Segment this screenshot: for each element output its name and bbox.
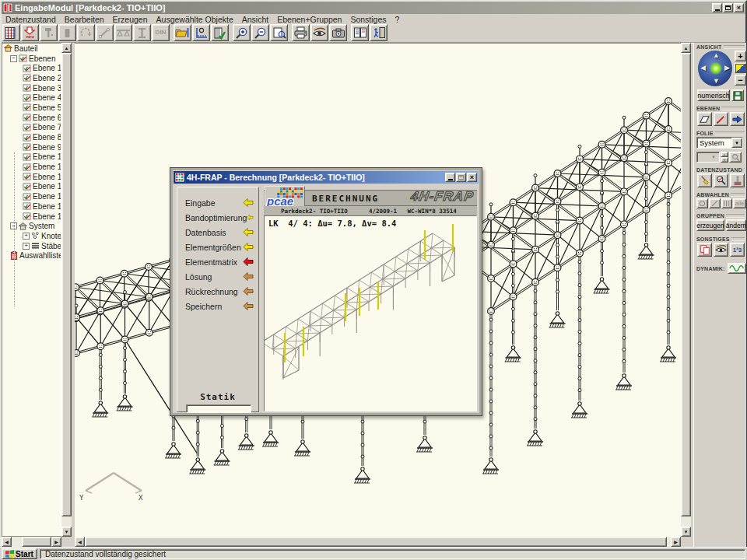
visualisation-button[interactable] [310,24,328,41]
clean-datastate-button[interactable] [697,173,712,187]
close-button[interactable]: × [734,3,744,12]
tree-item-ebene-8[interactable]: Ebene 8 [2,132,61,142]
zoom-in-button[interactable] [233,24,251,41]
tree-hscrollbar[interactable]: ◀ ▶ [2,537,61,547]
rotate-right-icon[interactable]: ▶ [724,65,730,72]
dialog-step-r-ckrechnung[interactable]: Rückrechnung [177,284,258,299]
berechnung-dialog[interactable]: 4H-FRAP - Berechnung [Parkdeck2- TIO+TII… [170,167,482,416]
folie-dropdown-icon[interactable]: ▼ [731,138,742,148]
save-view-button[interactable] [731,89,744,101]
plane-view-button[interactable] [697,112,712,126]
menu-item-0[interactable]: Datenzustand [5,15,56,24]
module-table-button[interactable] [2,24,20,41]
tree-item-system[interactable]: −System [2,221,61,231]
canvas-hscroll-thumb[interactable] [85,537,667,547]
zoom-in-button[interactable]: + [735,51,746,61]
numerisch-button[interactable]: numerisch [697,89,730,101]
exit-module-button[interactable] [370,24,388,41]
folie-select[interactable]: System ▼ [696,137,743,149]
tree-vscrollbar[interactable]: ▲ ▼ [61,43,72,537]
minimize-button[interactable] [712,3,722,12]
shading-toggle-button[interactable] [735,63,746,73]
print-button[interactable] [292,24,310,41]
rotate-left-icon[interactable]: ◀ [700,65,706,72]
tree-item-ebene-7[interactable]: Ebene 7 [2,123,61,133]
tree-item-knoten[interactable]: +Knoten [2,231,61,241]
collapse-icon[interactable]: − [10,55,17,62]
menu-item-4[interactable]: Ansicht [242,15,268,24]
tree-item-ebene-1[interactable]: Ebene 1 [2,63,61,73]
tree-item-ebene-2[interactable]: Ebene 2 [2,73,61,83]
zoom-out-button[interactable] [251,24,269,41]
menu-item-1[interactable]: Bearbeiten [65,15,104,24]
expand-icon[interactable]: + [23,243,30,250]
canvas-vscroll-thumb[interactable] [681,53,691,516]
dialog-step-speichern[interactable]: Speichern [177,299,258,313]
tree-scroll-right-icon[interactable]: ▶ [51,537,61,547]
maximize-button[interactable] [723,3,733,12]
dialog-step-elementmatrix[interactable]: Elementmatrix [177,254,258,269]
canvas-scroll-up-icon[interactable]: ▲ [681,43,691,53]
copy-objects-button[interactable] [697,243,712,257]
tree-item-ebene-13[interactable]: Ebene 13 [2,182,61,192]
main-titlebar[interactable]: EingabeModul [Parkdeck2- TIO+TIIO] × [2,2,745,14]
next-plane-button[interactable] [730,112,745,126]
menu-item-3[interactable]: Ausgewählte Objekte [156,15,233,24]
database-check-button[interactable] [211,24,229,41]
tree-item-ebene-9[interactable]: Ebene 9 [2,142,61,152]
tree-item-ebene-3[interactable]: Ebene 3 [2,83,61,93]
display-options-button[interactable] [714,243,728,257]
menu-item-5[interactable]: Ebenen+Gruppen [277,15,342,24]
open-folder-button[interactable] [174,24,191,41]
new-datastate-button[interactable]: neu [21,24,39,41]
stamp-datastate-button[interactable] [730,173,745,187]
tree-item-ebene-4[interactable]: Ebene 4 [2,93,61,103]
manual-button[interactable] [351,24,369,41]
expand-icon[interactable]: + [23,233,30,240]
dialog-minimize-button[interactable] [445,173,455,182]
zoom-out-button[interactable]: − [735,75,746,86]
dimension-view-button[interactable] [192,24,210,41]
tree-item-ebene-6[interactable]: Ebene 6 [2,113,61,123]
menu-item-2[interactable]: Erzeugen [113,15,148,24]
numbering-button[interactable]: 1²3 [730,243,745,257]
snapshot-button[interactable] [329,24,347,41]
tree-scroll-up-icon[interactable]: ▲ [61,43,72,53]
dialog-step-eingabe[interactable]: Eingabe [177,195,258,210]
canvas-scroll-left-icon[interactable]: ◀ [75,537,85,547]
dialog-step-l-sung[interactable]: Lösung [177,269,258,284]
change-group-button[interactable]: ändern [726,219,746,231]
canvas-scroll-right-icon[interactable]: ▶ [671,537,681,547]
dialog-step-bandoptimierung[interactable]: Bandoptimierung [177,210,258,225]
rotate-down-icon[interactable]: ▼ [713,78,720,85]
tree-item-st-be[interactable]: +Stäbe [2,241,61,251]
rotate-up-icon[interactable]: ▲ [713,52,720,59]
tree-item-ebene-5[interactable]: Ebene 5 [2,103,61,113]
edit-plane-button[interactable] [714,112,728,126]
canvas-vscrollbar[interactable]: ▲ ▼ [681,43,691,537]
view-rotate-pad[interactable]: ▲ ▼ ◀ ▶ [698,51,732,86]
tree-item-ebenen[interactable]: −Ebenen [2,54,61,64]
tree-item-auswahlliste[interactable]: Auswahlliste [2,250,61,261]
tree-item-ebene-15[interactable]: Ebene 15 [2,201,61,212]
tree-item-ebene-16[interactable]: Ebene 16 [2,212,61,222]
dialog-step-elementgr-en[interactable]: Elementgrößen [177,240,258,254]
tree-item-bauteil[interactable]: Bauteil [2,44,61,54]
canvas-hscrollbar[interactable]: ◀ ▶ [75,537,681,547]
start-button[interactable]: Start [2,548,37,559]
tree-hscroll-thumb[interactable] [22,537,51,547]
tree-item-ebene-10[interactable]: Ebene 10 [2,152,61,163]
dialog-step-datenbasis[interactable]: Datenbasis [177,225,258,240]
dynamics-button[interactable] [728,263,746,274]
menu-item-6[interactable]: Sonstiges [350,15,386,24]
tree-scroll-left-icon[interactable]: ◀ [2,537,12,547]
check-datastate-button[interactable] [714,173,728,187]
menu-item-7[interactable]: ? [395,15,400,24]
tree-item-ebene-12[interactable]: Ebene 12 [2,172,61,182]
create-group-button[interactable]: erzeugen [696,219,724,231]
dialog-close-button[interactable]: × [467,173,477,182]
tree-item-ebene-11[interactable]: Ebene 11 [2,162,61,172]
tree-vscroll-thumb[interactable] [61,53,72,516]
dialog-titlebar[interactable]: 4H-FRAP - Berechnung [Parkdeck2- TIO+TII… [174,171,479,184]
canvas-scroll-down-icon[interactable]: ▼ [681,527,691,537]
